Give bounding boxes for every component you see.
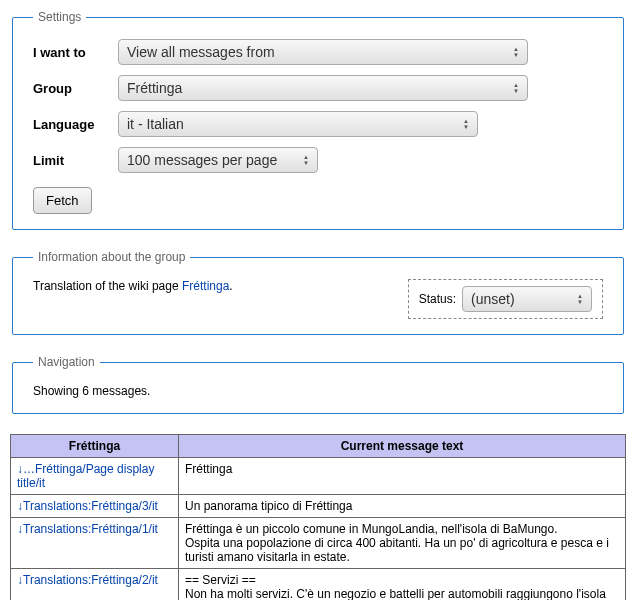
translation-link[interactable]: Translations:Fréttinga/1/it [23, 522, 158, 536]
select-status[interactable]: (unset) ▲▼ [462, 286, 592, 312]
message-text-cell: Fréttinga [179, 458, 626, 495]
row-group: Group Fréttinga ▲▼ [33, 75, 603, 101]
link-cell: ↓Translations:Fréttinga/3/it [11, 495, 179, 518]
info-legend: Information about the group [33, 250, 190, 264]
select-limit[interactable]: 100 messages per page ▲▼ [118, 147, 318, 173]
label-limit: Limit [33, 153, 118, 168]
spinner-icon: ▲▼ [303, 154, 309, 166]
status-label: Status: [419, 292, 456, 306]
messages-table: Fréttinga Current message text ↓…Fréttin… [10, 434, 626, 600]
col-header-1: Fréttinga [11, 435, 179, 458]
table-row: ↓…Fréttinga/Page display title/itFréttin… [11, 458, 626, 495]
translation-link[interactable]: …Fréttinga/Page display title/it [17, 462, 154, 490]
settings-legend: Settings [33, 10, 86, 24]
link-cell: ↓…Fréttinga/Page display title/it [11, 458, 179, 495]
translation-link[interactable]: Translations:Fréttinga/2/it [23, 573, 158, 587]
info-text: Translation of the wiki page Fréttinga. [33, 279, 233, 293]
select-limit-value: 100 messages per page [127, 152, 277, 168]
settings-fieldset: Settings I want to View all messages fro… [12, 10, 624, 230]
table-row: ↓Translations:Fréttinga/3/itUn panorama … [11, 495, 626, 518]
translation-link[interactable]: Translations:Fréttinga/3/it [23, 499, 158, 513]
nav-legend: Navigation [33, 355, 100, 369]
message-text-cell: Fréttinga è un piccolo comune in MungoLa… [179, 518, 626, 569]
status-box: Status: (unset) ▲▼ [408, 279, 603, 319]
nav-fieldset: Navigation Showing 6 messages. [12, 355, 624, 414]
select-i-want-to[interactable]: View all messages from ▲▼ [118, 39, 528, 65]
link-cell: ↓Translations:Fréttinga/2/it [11, 569, 179, 601]
nav-showing: Showing 6 messages. [33, 384, 603, 398]
col-header-2: Current message text [179, 435, 626, 458]
select-group[interactable]: Fréttinga ▲▼ [118, 75, 528, 101]
row-limit: Limit 100 messages per page ▲▼ [33, 147, 603, 173]
label-group: Group [33, 81, 118, 96]
link-cell: ↓Translations:Fréttinga/1/it [11, 518, 179, 569]
message-text-cell: == Servizi ==Non ha molti servizi. C'è u… [179, 569, 626, 601]
select-i-want-to-value: View all messages from [127, 44, 275, 60]
label-language: Language [33, 117, 118, 132]
message-text-cell: Un panorama tipico di Fréttinga [179, 495, 626, 518]
row-i-want-to: I want to View all messages from ▲▼ [33, 39, 603, 65]
label-i-want-to: I want to [33, 45, 118, 60]
spinner-icon: ▲▼ [463, 118, 469, 130]
info-fieldset: Information about the group Translation … [12, 250, 624, 335]
spinner-icon: ▲▼ [513, 46, 519, 58]
select-status-value: (unset) [471, 291, 515, 307]
table-row: ↓Translations:Fréttinga/1/itFréttinga è … [11, 518, 626, 569]
table-row: ↓Translations:Fréttinga/2/it== Servizi =… [11, 569, 626, 601]
info-page-link[interactable]: Fréttinga [182, 279, 229, 293]
select-language-value: it - Italian [127, 116, 184, 132]
fetch-button[interactable]: Fetch [33, 187, 92, 214]
row-language: Language it - Italian ▲▼ [33, 111, 603, 137]
spinner-icon: ▲▼ [577, 293, 583, 305]
select-group-value: Fréttinga [127, 80, 182, 96]
select-language[interactable]: it - Italian ▲▼ [118, 111, 478, 137]
spinner-icon: ▲▼ [513, 82, 519, 94]
